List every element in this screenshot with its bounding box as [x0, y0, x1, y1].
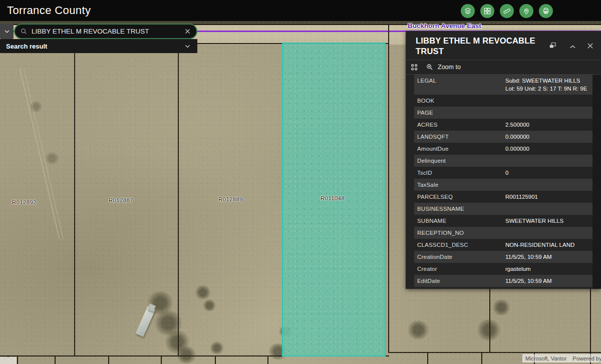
- dock-icon: [548, 41, 557, 50]
- field-row: RECEPTION_NO: [414, 227, 592, 239]
- parcel-line: [215, 356, 216, 364]
- road-label: Buckhorn Avenue East: [408, 22, 481, 30]
- parcel-line: [388, 25, 389, 353]
- location-pin-icon: [522, 7, 530, 15]
- app-window: R012892 R012887 R012889 R011048 Buckhorn…: [0, 0, 601, 364]
- field-value: 0: [505, 169, 592, 177]
- parcel-line: [161, 356, 162, 364]
- features-grid-icon: [410, 63, 419, 72]
- parcel-line: [74, 43, 75, 356]
- field-label: PARCELSEQ: [417, 193, 505, 201]
- field-row: SUBNAME SWEETWATER HILLS: [414, 215, 592, 227]
- field-label: TaxSale: [417, 181, 505, 189]
- parcel-label[interactable]: R011048: [321, 195, 345, 201]
- parcel-line: [108, 356, 109, 364]
- parcel-line: [388, 352, 601, 353]
- search-result-bar[interactable]: Search result: [0, 39, 197, 53]
- field-label: ACRES: [417, 121, 505, 129]
- parcel-line: [427, 353, 428, 364]
- vegetation: [407, 320, 430, 339]
- field-label: EditDate: [417, 277, 505, 285]
- vegetation: [476, 319, 502, 340]
- field-row: AmountDue 0.000000: [414, 143, 592, 155]
- feature-menu-button[interactable]: [410, 63, 419, 72]
- zoom-to-label: Zoom to: [438, 64, 461, 71]
- popup-header: LIBBY ETHEL M REVOCABLE TRUST: [406, 31, 601, 60]
- search-clear-button[interactable]: [184, 28, 191, 35]
- header-toolbar: [461, 4, 553, 18]
- print-icon: [542, 7, 550, 15]
- field-row: CLASSCD1_DESC NON-RESIDENTIAL LAND: [414, 239, 592, 251]
- parcel-line: [17, 356, 18, 364]
- field-row: PARCELSEQ R001125901: [414, 191, 592, 203]
- field-label: LANDSQFT: [417, 133, 505, 141]
- app-header: Torrance County: [0, 0, 601, 21]
- parcel-label[interactable]: R012889: [218, 196, 243, 202]
- chevron-down-icon: [4, 28, 11, 35]
- popup-title: LIBBY ETHEL M REVOCABLE TRUST: [416, 36, 542, 57]
- field-label: CLASSCD1_DESC: [417, 241, 505, 249]
- field-value: rgastelum: [505, 265, 592, 273]
- field-label: RECEPTION_NO: [417, 229, 505, 237]
- field-label: LEGAL: [417, 77, 505, 85]
- parcel-line: [178, 43, 179, 356]
- collapse-popup-button[interactable]: [568, 43, 577, 51]
- parcel-line: [55, 356, 56, 364]
- chevron-up-icon: [568, 43, 577, 51]
- basemap-grid-button[interactable]: [480, 4, 494, 18]
- field-value: SWEETWATER HILLS: [505, 217, 592, 225]
- field-value: NON-RESIDENTIAL LAND: [505, 241, 592, 249]
- field-label: BOOK: [417, 97, 505, 105]
- search-icon: [20, 28, 28, 35]
- basemap-grid-icon: [483, 7, 491, 15]
- print-button[interactable]: [539, 4, 553, 18]
- field-value: 0.000000: [505, 133, 592, 141]
- field-row: TaxSale: [414, 179, 592, 191]
- parcel-line: [481, 353, 482, 364]
- field-row: CreationDate 11/5/25, 10:59 AM: [414, 251, 592, 263]
- app-title: Torrance County: [7, 4, 91, 17]
- parcel-label[interactable]: R012887: [109, 197, 133, 203]
- vegetation: [194, 285, 211, 299]
- measure-icon: [503, 7, 511, 15]
- vegetation: [29, 101, 43, 112]
- field-label: PAGE: [417, 109, 505, 117]
- parcel-label[interactable]: R012892: [12, 199, 37, 205]
- field-row: BOOK: [414, 95, 592, 107]
- field-row: BUSINESSNAME: [414, 203, 592, 215]
- zoom-to-button[interactable]: Zoom to: [426, 63, 461, 71]
- attribution-powered-by: Powered by Esri: [572, 355, 601, 361]
- field-row: EditDate 11/5/25, 10:59 AM: [414, 275, 592, 287]
- field-value: 2.500000: [505, 121, 592, 129]
- field-label: BUSINESSNAME: [417, 205, 505, 213]
- layers-icon: [464, 7, 472, 15]
- locate-button[interactable]: [519, 4, 533, 18]
- field-value: 11/5/25, 10:59 AM: [505, 277, 592, 285]
- search-collapse-button[interactable]: [0, 24, 14, 39]
- field-row: ACRES 2.500000: [414, 119, 592, 131]
- search-box-frame: [14, 24, 197, 39]
- search-input[interactable]: [32, 28, 180, 35]
- field-label: CreationDate: [417, 253, 505, 261]
- field-row: LEGAL Subd: SWEETWATER HILLS Lot: 59 Uni…: [414, 75, 592, 95]
- measure-button[interactable]: [500, 4, 514, 18]
- field-value: Subd: SWEETWATER HILLS Lot: 59 Unit: 2 S…: [505, 77, 592, 93]
- layers-button[interactable]: [461, 4, 475, 18]
- field-label: SUBNAME: [417, 217, 505, 225]
- vegetation: [44, 152, 60, 164]
- field-label: Delinquent: [417, 157, 505, 165]
- parcel-line: [267, 356, 268, 364]
- popup-scrollbar[interactable]: [592, 75, 601, 289]
- field-value: 0.000000: [505, 145, 592, 153]
- close-popup-button[interactable]: [586, 42, 594, 50]
- map-attribution: Microsoft, Vantor Powered by Esri: [522, 354, 601, 362]
- search-result-label: Search result: [6, 43, 184, 50]
- chevron-down-icon: [184, 43, 191, 50]
- vegetation: [209, 341, 224, 354]
- field-label: AmountDue: [417, 145, 505, 153]
- field-row: Delinquent: [414, 155, 592, 167]
- light-ground-patch: [0, 357, 17, 364]
- dock-popup-button[interactable]: [548, 41, 557, 50]
- close-icon: [184, 28, 191, 35]
- popup-action-bar: Zoom to: [406, 60, 601, 75]
